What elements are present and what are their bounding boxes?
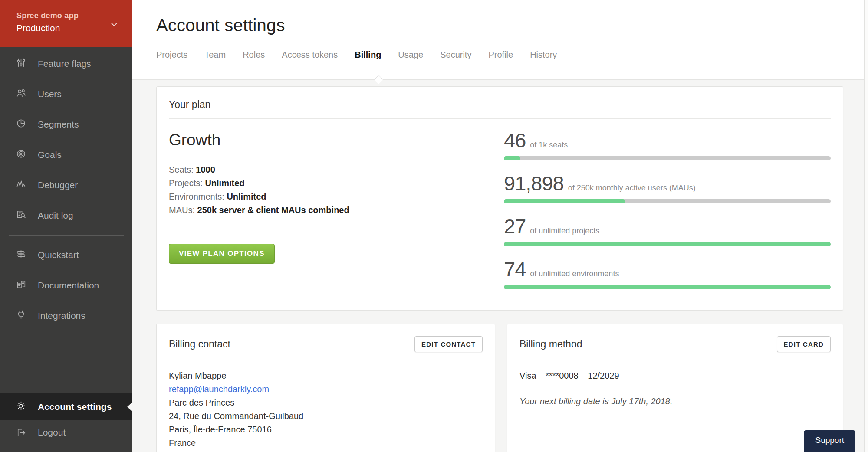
- content-area: Your plan Growth Seats: 1000 Projects: U…: [132, 79, 868, 452]
- tab-security[interactable]: Security: [440, 50, 471, 62]
- sidebar-item-label: Account settings: [38, 402, 112, 412]
- logout-icon: [16, 427, 26, 440]
- billing-contact-card: Billing contact EDIT CONTACT Kylian Mbap…: [156, 324, 495, 452]
- mau-usage-stat: 91,898 of 250k monthly active users (MAU…: [504, 171, 831, 203]
- waveform-icon: [16, 179, 26, 192]
- sidebar-item-goals[interactable]: Goals: [0, 140, 132, 170]
- contact-address-line: Parc des Princes: [169, 396, 483, 409]
- contact-address-line: Paris, Île-de-France 75016: [169, 423, 483, 436]
- sidebar-item-label: Documentation: [38, 280, 99, 291]
- sidebar-item-integrations[interactable]: Integrations: [0, 301, 132, 331]
- tab-history[interactable]: History: [530, 50, 557, 62]
- plan-name: Growth: [169, 131, 504, 149]
- main-area: Account settings Projects Team Roles Acc…: [132, 0, 868, 452]
- support-button[interactable]: Support: [804, 430, 855, 452]
- plan-usage-stats: 46 of 1k seats 91,898 of 250k monthly ac…: [504, 128, 831, 300]
- mau-usage-value: 91,898: [504, 171, 564, 195]
- sidebar-item-segments[interactable]: Segments: [0, 109, 132, 140]
- sidebar-item-feature-flags[interactable]: Feature flags: [0, 49, 132, 79]
- tab-usage[interactable]: Usage: [398, 50, 423, 62]
- pie-chart-icon: [16, 118, 26, 131]
- target-icon: [16, 148, 26, 161]
- contact-address-line: France: [169, 436, 483, 450]
- projects-usage-caption: of unlimited projects: [530, 226, 599, 236]
- your-plan-card: Your plan Growth Seats: 1000 Projects: U…: [156, 86, 843, 311]
- environment-switcher[interactable]: Spree demo app Production: [0, 0, 132, 47]
- environment-name: Production: [16, 23, 120, 33]
- next-billing-date-note: Your next billing date is July 17th, 201…: [519, 395, 831, 408]
- billing-method-body: Visa ****0008 12/2029 Your next billing …: [507, 360, 843, 417]
- sidebar-item-quickstart[interactable]: Quickstart: [0, 240, 132, 270]
- projects-usage-stat: 27 of unlimited projects: [504, 214, 831, 246]
- sidebar-footer: Account settings Logout: [0, 393, 132, 452]
- page-title: Account settings: [156, 16, 868, 35]
- tab-profile[interactable]: Profile: [488, 50, 513, 62]
- tab-bar: Projects Team Roles Access tokens Billin…: [156, 50, 868, 62]
- tab-billing[interactable]: Billing: [355, 50, 381, 62]
- gear-icon: [16, 400, 26, 413]
- sidebar-item-label: Feature flags: [38, 59, 91, 69]
- seats-usage-caption: of 1k seats: [530, 141, 568, 150]
- sidebar: Spree demo app Production Feature flags …: [0, 0, 132, 452]
- contact-name: Kylian Mbappe: [169, 369, 483, 383]
- contact-email-link[interactable]: refapp@launchdarkly.com: [169, 384, 269, 394]
- users-icon: [16, 88, 26, 101]
- plan-details-list: Seats: 1000 Projects: Unlimited Environm…: [169, 163, 504, 217]
- card-expiry: 12/2029: [588, 371, 619, 380]
- document-magnifier-icon: [16, 209, 26, 222]
- plan-card-header: Your plan: [157, 87, 843, 118]
- page-header: Account settings Projects Team Roles Acc…: [132, 0, 868, 79]
- book-icon: [16, 279, 26, 292]
- sidebar-item-audit-log[interactable]: Audit log: [0, 200, 132, 231]
- plan-detail-projects: Projects: Unlimited: [169, 177, 504, 190]
- card-brand: Visa: [519, 371, 536, 380]
- environments-usage-value: 74: [504, 257, 526, 281]
- sidebar-item-logout[interactable]: Logout: [0, 420, 132, 452]
- sidebar-item-debugger[interactable]: Debugger: [0, 170, 132, 200]
- sidebar-divider: [9, 235, 124, 236]
- scrollbar-gutter[interactable]: [864, 0, 868, 452]
- environments-usage-stat: 74 of unlimited environments: [504, 257, 831, 289]
- billing-method-title: Billing method: [519, 338, 582, 350]
- sidebar-item-label: Debugger: [38, 180, 78, 190]
- edit-card-button[interactable]: EDIT CARD: [777, 336, 831, 352]
- sidebar-item-documentation[interactable]: Documentation: [0, 270, 132, 301]
- view-plan-options-button[interactable]: VIEW PLAN OPTIONS: [169, 244, 275, 264]
- mau-usage-caption: of 250k monthly active users (MAUs): [568, 183, 696, 193]
- sidebar-nav: Feature flags Users Segments Goals Debug…: [0, 47, 132, 331]
- seats-usage-value: 46: [504, 128, 526, 152]
- tab-roles[interactable]: Roles: [243, 50, 265, 62]
- plan-card-body: Growth Seats: 1000 Projects: Unlimited E…: [157, 119, 843, 300]
- sidebar-item-label: Segments: [38, 119, 79, 130]
- environments-usage-caption: of unlimited environments: [530, 269, 619, 278]
- tab-team[interactable]: Team: [204, 50, 226, 62]
- plan-detail-maus: MAUs: 250k server & client MAUs combined: [169, 203, 504, 217]
- plan-detail-seats: Seats: 1000: [169, 163, 504, 177]
- tab-access-tokens[interactable]: Access tokens: [282, 50, 338, 62]
- card-number: ****0008: [546, 371, 579, 380]
- projects-progress-bar: [504, 242, 831, 246]
- sliders-icon: [16, 57, 26, 70]
- sidebar-item-account-settings[interactable]: Account settings: [0, 393, 132, 420]
- billing-method-card: Billing method EDIT CARD Visa ****0008 1…: [507, 324, 843, 452]
- signpost-icon: [16, 249, 26, 262]
- seats-progress-bar: [504, 156, 831, 160]
- sidebar-item-users[interactable]: Users: [0, 79, 132, 109]
- sidebar-item-label: Quickstart: [38, 250, 79, 260]
- app-name: Spree demo app: [16, 11, 120, 20]
- active-item-notch: [127, 402, 132, 412]
- sidebar-item-label: Integrations: [38, 311, 85, 321]
- mau-progress-bar: [504, 199, 831, 203]
- tab-projects[interactable]: Projects: [156, 50, 187, 62]
- billing-contact-title: Billing contact: [169, 338, 230, 350]
- environments-progress-bar: [504, 285, 831, 289]
- plan-summary: Growth Seats: 1000 Projects: Unlimited E…: [169, 128, 504, 300]
- billing-cards-row: Billing contact EDIT CONTACT Kylian Mbap…: [156, 324, 843, 452]
- plan-detail-environments: Environments: Unlimited: [169, 190, 504, 203]
- sidebar-item-label: Logout: [38, 427, 66, 438]
- chevron-down-icon: [109, 19, 119, 31]
- sidebar-item-label: Goals: [38, 150, 62, 160]
- card-summary: Visa ****0008 12/2029: [519, 369, 831, 383]
- plan-section-title: Your plan: [169, 99, 210, 111]
- edit-contact-button[interactable]: EDIT CONTACT: [414, 336, 483, 352]
